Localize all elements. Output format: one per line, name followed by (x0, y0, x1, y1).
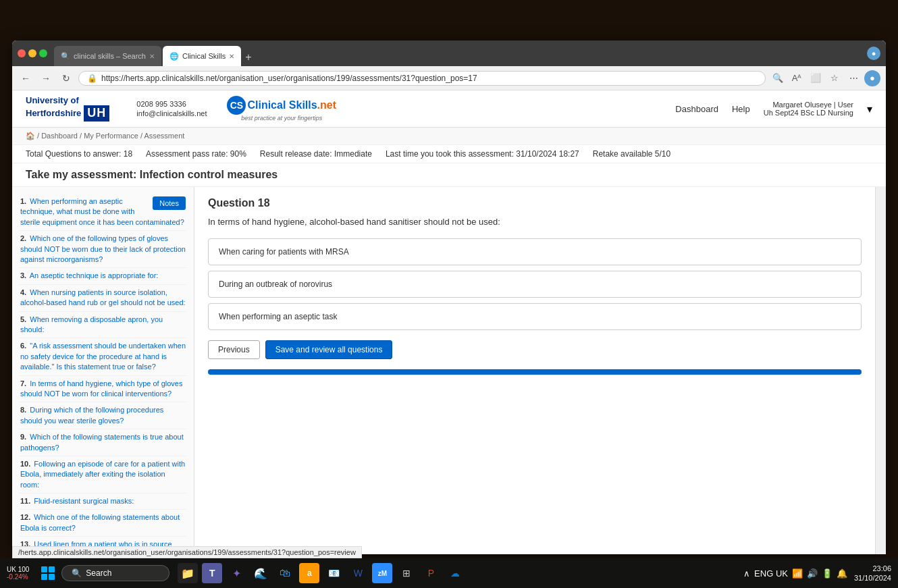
url-preview: /herts.app.clinicalskills.net/organisati… (12, 546, 362, 558)
cs-logo-text: Clinical Skills.net (247, 99, 336, 111)
help-link[interactable]: Help (732, 104, 750, 114)
assessment-title: Take my assessment: Infection control me… (12, 163, 886, 187)
task-icon-edge[interactable]: 🌊 (250, 563, 271, 583)
wifi-icon[interactable]: 📶 (792, 568, 803, 579)
task-icon-word[interactable]: W (348, 563, 368, 583)
cs-brand: CS Clinical Skills.net (227, 96, 336, 115)
question-list-item[interactable]: 11. Fluid-resistant surgical masks: (19, 493, 187, 510)
task-icon-zoom[interactable]: zM (372, 563, 392, 583)
forward-button[interactable]: → (38, 70, 54, 86)
cs-text-main: Clinical Skills (247, 99, 317, 111)
save-review-button[interactable]: Save and review all questions (265, 340, 393, 359)
task-icon-outlook[interactable]: 📧 (323, 563, 344, 583)
onedrive-icon: ☁ (450, 568, 460, 579)
clock-date: 31/10/2024 (854, 573, 891, 583)
store-icon: 🛍 (280, 567, 290, 579)
question-list-item[interactable]: Notes1. When performing an aseptic techn… (19, 194, 187, 231)
scroll-column[interactable] (875, 187, 886, 554)
close-tab-search[interactable]: ✕ (149, 53, 155, 60)
system-clock[interactable]: 23:06 31/10/2024 (854, 564, 891, 583)
taskbar-search[interactable]: 🔍 Search (61, 565, 169, 581)
star-button[interactable]: ☆ (826, 70, 843, 86)
question-list-item[interactable]: 3. An aseptic technique is appropriate f… (19, 268, 187, 284)
question-list-panel: Notes1. When performing an aseptic techn… (12, 187, 194, 554)
question-list-item[interactable]: 6. "A risk assessment should be undertak… (19, 338, 187, 375)
close-btn[interactable] (18, 49, 26, 57)
search-icon: 🔍 (72, 568, 82, 578)
copilot-icon: ✦ (232, 567, 241, 580)
tab-clinical-skills[interactable]: 🌐 Clinical Skills ✕ (163, 46, 241, 66)
tab-search[interactable]: 🔍 clinical skills – Search ✕ (54, 46, 161, 66)
task-icon-store[interactable]: 🛍 (275, 563, 295, 583)
stock-value: -0.24% (7, 573, 29, 581)
window-controls (18, 49, 47, 57)
more-button[interactable]: ⋯ (845, 70, 862, 86)
url-bar[interactable]: 🔒 https://herts.app.clinicalskills.net/o… (78, 71, 766, 86)
task-icon-amazon[interactable]: a (299, 563, 319, 583)
action-buttons: Previous Save and review all questions (208, 340, 862, 359)
new-tab-button[interactable]: + (242, 49, 254, 66)
contact-info: 0208 995 3336 info@clinicalskills.net (136, 100, 207, 117)
screenshot-button[interactable]: ⬜ (808, 70, 824, 86)
question-list-item[interactable]: 7. In terms of hand hygiene, which type … (19, 376, 187, 403)
expand-tray-icon[interactable]: ∧ (743, 568, 750, 579)
answer-option-3[interactable]: When performing an aseptic task (208, 303, 862, 330)
assessment-info: Total Questions to answer: 18 Assessment… (12, 145, 886, 163)
notification-icon[interactable]: 🔔 (837, 568, 847, 579)
system-tray: ∧ ENG UK 📶 🔊 🔋 🔔 23:06 31/10/2024 (743, 564, 891, 583)
pass-rate: Assessment pass rate: 90% (146, 149, 246, 159)
site-header: University of Hertfordshire UH 0208 995 … (12, 90, 886, 128)
question-list-item[interactable]: 8. During which of the following procedu… (19, 402, 187, 429)
maximize-btn[interactable] (39, 49, 47, 57)
task-icon-onedrive[interactable]: ☁ (445, 563, 465, 583)
uh-abbr: UH (84, 105, 109, 122)
breadcrumb: 🏠 / Dashboard / My Performance / Assessm… (12, 128, 886, 145)
reload-button[interactable]: ↻ (58, 70, 74, 86)
task-icon-files[interactable]: 📁 (178, 563, 198, 583)
question-list-item[interactable]: 12. Which one of the following statement… (19, 510, 187, 537)
page-content: University of Hertfordshire UH 0208 995 … (12, 90, 886, 554)
previous-button[interactable]: Previous (208, 340, 260, 359)
question-list-item[interactable]: 5. When removing a disposable apron, you… (19, 312, 187, 339)
profile-button[interactable]: ● (864, 70, 880, 86)
close-tab-cs[interactable]: ✕ (229, 53, 234, 60)
volume-icon[interactable]: 🔊 (807, 568, 818, 579)
amazon-icon: a (307, 568, 312, 578)
start-button[interactable] (37, 562, 59, 584)
profile-icon[interactable]: ● (872, 49, 876, 57)
user-dropdown-icon[interactable]: ▾ (867, 103, 872, 115)
cs-text-net: .net (317, 99, 336, 111)
search-tab-label: clinical skills – Search (74, 52, 146, 60)
stock-name: UK 100 (7, 566, 29, 573)
answer-option-1[interactable]: When caring for patients with MRSA (208, 238, 862, 265)
question-list-item[interactable]: 9. Which of the following statements is … (19, 429, 187, 456)
university-name-bottom: Hertfordshire UH (26, 105, 109, 122)
battery-icon[interactable]: 🔋 (822, 568, 833, 579)
question-text: In terms of hand hygiene, alcohol-based … (208, 216, 862, 228)
user-group: Uh Sept24 BSc LD Nursing (764, 109, 853, 117)
hertfordshire-text: Hertfordshire (26, 109, 81, 118)
university-logo: University of Hertfordshire UH (26, 96, 109, 122)
task-icon-powerpoint[interactable]: P (421, 563, 441, 583)
clinical-skills-logo: CS Clinical Skills.net best practice at … (227, 96, 336, 122)
back-button[interactable]: ← (18, 70, 34, 86)
task-icon-copilot[interactable]: ✦ (226, 563, 246, 583)
search-action-button[interactable]: 🔍 (770, 70, 786, 86)
notes-button[interactable]: Notes (153, 196, 186, 210)
assessment-layout: Notes1. When performing an aseptic techn… (12, 187, 886, 554)
laptop-frame: 🔍 clinical skills – Search ✕ 🌐 Clinical … (0, 0, 898, 588)
phone-number: 0208 995 3336 (136, 100, 207, 108)
task-icon-apps[interactable]: ⊞ (396, 563, 417, 583)
stock-ticker: UK 100 -0.24% (7, 566, 29, 581)
dashboard-link[interactable]: Dashboard (675, 104, 718, 114)
answer-option-2[interactable]: During an outbreak of norovirus (208, 271, 862, 298)
aa-button[interactable]: Aᴬ (789, 70, 805, 86)
question-list-item[interactable]: 10. Following an episode of care for a p… (19, 456, 187, 493)
minimize-btn[interactable] (28, 49, 36, 57)
task-icon-teams[interactable]: T (202, 563, 222, 583)
question-list-item[interactable]: 4. When nursing patients in source isola… (19, 285, 187, 312)
breadcrumb-text: 🏠 / Dashboard / My Performance / Assessm… (26, 132, 184, 140)
answer-options-container: When caring for patients with MRSADuring… (208, 238, 862, 330)
question-list-item[interactable]: 2. Which one of the following types of g… (19, 231, 187, 268)
tray-icons: ∧ ENG UK 📶 🔊 🔋 🔔 (743, 568, 847, 579)
